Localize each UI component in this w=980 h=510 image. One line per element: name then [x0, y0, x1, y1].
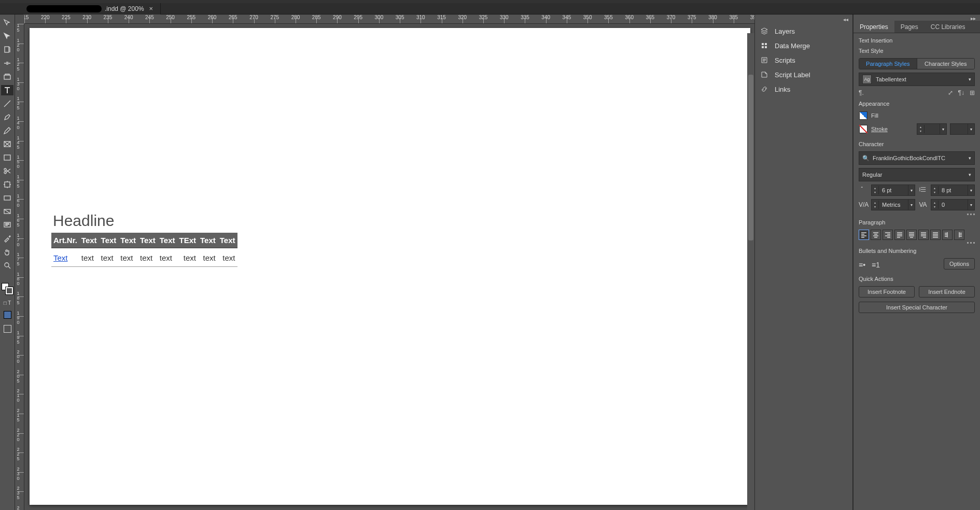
align-center-button[interactable]	[871, 230, 881, 240]
stroke-weight-field[interactable]: ▴▾▾	[917, 123, 947, 135]
panel-label: Scripts	[775, 56, 795, 64]
leading-field[interactable]: ▴▾8 pt▾	[931, 185, 975, 196]
horizontal-ruler[interactable]: 2152202252302352402452502552602652702752…	[24, 15, 754, 24]
vertical-scrollbar[interactable]	[747, 33, 754, 510]
table-cell[interactable]: Text	[51, 248, 79, 267]
justify-left-button[interactable]	[894, 230, 905, 240]
panel-label: Links	[775, 86, 790, 93]
table-cell[interactable]: text	[158, 248, 177, 267]
document-area[interactable]: Headline Art.Nr.TextTextTextTextTextTExt…	[24, 24, 754, 510]
apply-color-icon[interactable]	[4, 311, 11, 319]
direct-selection-tool[interactable]	[1, 31, 13, 41]
align-toward-spine-button[interactable]	[942, 230, 953, 240]
panel-scripts[interactable]: Scripts	[755, 53, 852, 67]
screen-mode-icon[interactable]	[4, 325, 11, 333]
content-collector-tool[interactable]	[1, 72, 13, 82]
data-table[interactable]: Art.Nr.TextTextTextTextTextTExtTextText …	[51, 233, 237, 267]
fill-swatch-icon[interactable]	[859, 111, 867, 120]
align-left-button[interactable]	[859, 230, 869, 240]
eyedropper-tool[interactable]	[1, 233, 13, 244]
panel-label: Data Merge	[775, 42, 810, 50]
rectangle-frame-tool[interactable]	[1, 139, 13, 149]
line-tool[interactable]	[1, 98, 13, 109]
table-cell[interactable]: text	[99, 248, 119, 267]
tab-properties[interactable]: Properties	[853, 21, 894, 33]
justify-center-button[interactable]	[906, 230, 917, 240]
vertical-ruler[interactable]: 1 1 51 2 01 2 51 3 01 3 51 4 01 4 51 5 0…	[15, 24, 24, 510]
headline-text[interactable]: Headline	[53, 212, 114, 230]
align-away-spine-button[interactable]	[954, 230, 964, 240]
stroke-style-field[interactable]: ▾	[950, 123, 975, 135]
type-tool[interactable]	[1, 85, 13, 95]
panel-datamerge[interactable]: Data Merge	[755, 38, 852, 53]
font-weight-value: Regular	[862, 172, 883, 178]
insert-footnote-button[interactable]: Insert Footnote	[859, 286, 915, 298]
bullets-options-button[interactable]: Options	[944, 258, 975, 270]
paragraph-styles-tab[interactable]: Paragraph Styles	[859, 59, 917, 69]
font-family-dropdown[interactable]: 🔍 FranklinGothicBookCondITC ▾	[859, 151, 975, 165]
font-size-field[interactable]: ▴▾6 pt▾	[871, 185, 915, 196]
font-weight-dropdown[interactable]: Regular ▾	[859, 168, 975, 181]
note-tool[interactable]	[1, 220, 13, 230]
tracking-icon: VA	[918, 201, 928, 208]
style-options-icon[interactable]: ⊞	[970, 89, 975, 96]
bulleted-list-icon[interactable]: ≡•	[859, 261, 865, 269]
document-tab[interactable]: .indd @ 200% ×	[23, 3, 161, 15]
format-container-icon[interactable]: □ T	[1, 298, 13, 308]
svg-rect-6	[5, 182, 10, 187]
selection-tool[interactable]	[1, 18, 13, 28]
zoom-tool[interactable]	[1, 260, 13, 271]
table-cell[interactable]: text	[79, 248, 99, 267]
bullets-title: Bullets and Numbering	[859, 248, 975, 254]
table-header: Text	[118, 233, 138, 248]
panel-layers[interactable]: Layers	[755, 24, 852, 38]
page-tool[interactable]	[1, 45, 13, 55]
appearance-title: Appearance	[859, 101, 975, 107]
dock-collapse-icon[interactable]: ◂◂	[755, 17, 852, 24]
panel-links[interactable]: Links	[755, 82, 852, 96]
panel-scriptlabel[interactable]: Script Label	[755, 67, 852, 82]
pen-tool[interactable]	[1, 112, 13, 122]
gradient-feather-tool[interactable]	[1, 206, 13, 217]
justify-all-button[interactable]	[930, 230, 941, 240]
hand-tool[interactable]	[1, 247, 13, 257]
table-header: Text	[138, 233, 158, 248]
props-collapse-icon[interactable]: ▸▸	[853, 15, 980, 21]
stroke-swatch-icon[interactable]	[859, 125, 867, 133]
table-cell[interactable]: text	[118, 248, 138, 267]
paragraph-style-dropdown[interactable]: Ag Tabellentext ▾	[859, 73, 975, 86]
font-size-icon	[859, 186, 868, 195]
tab-pages[interactable]: Pages	[894, 21, 925, 33]
table-cell[interactable]: text	[138, 248, 158, 267]
kerning-field[interactable]: ▴▾Metrics▾	[871, 199, 915, 210]
numbered-list-icon[interactable]: ≡1	[872, 261, 880, 269]
pencil-tool[interactable]	[1, 125, 13, 136]
pilcrow-icon[interactable]: ¶.	[859, 89, 864, 96]
chevron-down-icon: ▾	[969, 77, 971, 82]
table-cell[interactable]: text	[218, 248, 237, 267]
close-tab-icon[interactable]: ×	[149, 5, 153, 12]
table-cell[interactable]: text	[177, 248, 199, 267]
rectangle-tool[interactable]	[1, 152, 13, 163]
fill-stroke-swatches[interactable]	[2, 283, 13, 294]
tracking-field[interactable]: ▴▾0▾	[931, 199, 975, 210]
tab-cc-libraries[interactable]: CC Libraries	[925, 21, 972, 33]
more-options-icon[interactable]	[859, 214, 975, 215]
new-style-icon[interactable]: ⤢	[948, 89, 953, 96]
insert-special-char-button[interactable]: Insert Special Character	[859, 302, 975, 313]
table-cell[interactable]: text	[198, 248, 218, 267]
table-header: Text	[158, 233, 177, 248]
gap-tool[interactable]	[1, 58, 13, 68]
style-badge-icon: Ag	[862, 75, 872, 84]
scissors-tool[interactable]	[1, 166, 13, 176]
free-transform-tool[interactable]	[1, 179, 13, 190]
clear-override-icon[interactable]: ¶↓	[958, 89, 964, 96]
panel-dock: ◂◂ LayersData MergeScriptsScript LabelLi…	[754, 15, 853, 510]
more-options-icon[interactable]	[859, 242, 975, 244]
justify-right-button[interactable]	[918, 230, 929, 240]
align-right-button[interactable]	[883, 230, 893, 240]
stroke-label[interactable]: Stroke	[871, 126, 888, 132]
insert-endnote-button[interactable]: Insert Endnote	[919, 286, 975, 298]
character-styles-tab[interactable]: Character Styles	[917, 59, 975, 69]
gradient-swatch-tool[interactable]	[1, 193, 13, 203]
